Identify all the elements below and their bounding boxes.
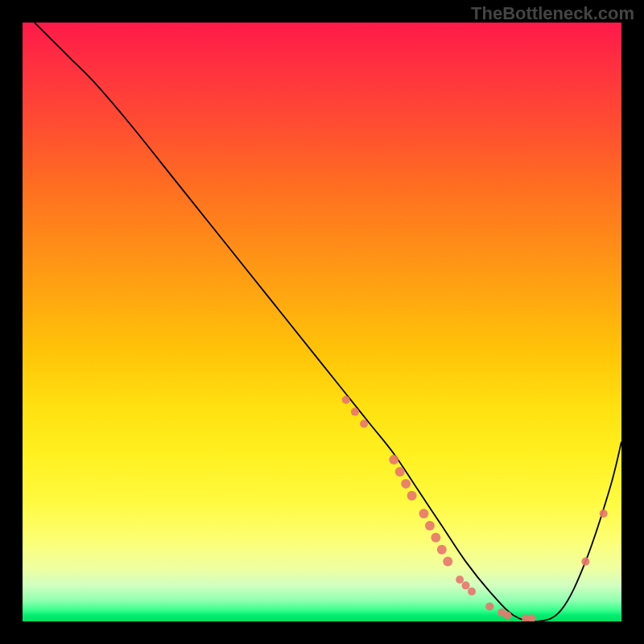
scatter-dot <box>527 614 535 621</box>
scatter-dot <box>504 612 512 620</box>
scatter-dot <box>581 558 589 566</box>
scatter-dot <box>425 521 435 530</box>
scatter-dot <box>485 602 493 610</box>
watermark-text: TheBottleneck.com <box>471 3 634 24</box>
scatter-dot <box>401 479 411 489</box>
plot-area <box>23 23 621 621</box>
scatter-dot <box>456 576 464 584</box>
curve-svg <box>23 23 621 621</box>
scatter-dot <box>395 467 405 477</box>
scatter-dots-group <box>342 396 608 621</box>
scatter-dot <box>468 588 476 596</box>
scatter-dot <box>407 491 417 501</box>
scatter-dot <box>600 510 608 518</box>
scatter-dot <box>443 557 452 567</box>
scatter-dot <box>462 581 470 589</box>
bottleneck-curve <box>35 23 621 621</box>
scatter-dot <box>437 545 447 555</box>
scatter-dot <box>360 419 368 427</box>
scatter-dot <box>419 509 428 518</box>
scatter-dot <box>342 396 350 404</box>
scatter-dot <box>431 533 440 543</box>
scatter-dot <box>351 408 359 416</box>
scatter-dot <box>389 455 398 464</box>
